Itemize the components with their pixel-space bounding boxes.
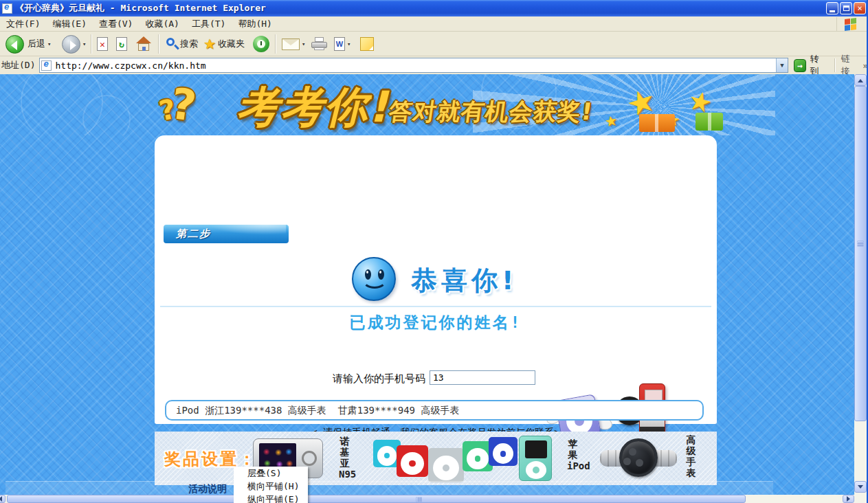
window-title: 《开心辞典》元旦献礼 - Microsoft Internet Explorer — [15, 2, 266, 14]
page-banner: ?? 考考你! 答对就有机会获奖! ★ ★ ★ ★ — [0, 74, 775, 135]
context-menu-item-cascade[interactable]: 层叠(S) — [234, 467, 308, 480]
refresh-button[interactable]: ↻ — [116, 32, 127, 56]
phone-label: 请输入你的手机号码： — [333, 372, 436, 385]
search-icon — [165, 36, 180, 52]
page-viewport: ?? 考考你! 答对就有机会获奖! ★ ★ ★ ★ 第二步 恭喜你! 已成功登记… — [0, 74, 854, 495]
windows-logo-icon — [836, 17, 864, 31]
minimize-icon — [830, 10, 835, 12]
address-bar: 地址(D) http://www.czpcwx.cn/kkn.htm ▼ → 转… — [0, 56, 868, 74]
standard-toolbar: 后退 ▾ ▾ ✕ ↻ 搜索 ★ 收藏夹 ▾ — [0, 32, 868, 56]
forward-dropdown-icon[interactable]: ▾ — [82, 41, 86, 47]
address-input[interactable]: http://www.czpcwx.cn/kkn.htm ▼ — [39, 58, 788, 73]
menu-help[interactable]: 帮助(H) — [232, 16, 278, 32]
menu-edit[interactable]: 编辑(E) — [46, 16, 92, 32]
close-button[interactable]: × — [854, 2, 866, 14]
minimize-button[interactable] — [826, 2, 838, 14]
scroll-up-button[interactable] — [854, 74, 867, 86]
winner-list: iPod 浙江139****438 高级手表 甘肃139****949 高级手表 — [165, 400, 704, 421]
toolbar-separator — [158, 34, 159, 54]
horizontal-scroll-thumb[interactable] — [7, 495, 746, 503]
ipod-shuffle-silver — [428, 448, 464, 482]
gift-box-icon — [639, 114, 675, 132]
phone-input[interactable] — [430, 370, 535, 385]
menu-bar: 文件(F) 编辑(E) 查看(V) 收藏(A) 工具(T) 帮助(H) — [0, 16, 868, 32]
restore-button[interactable] — [840, 2, 852, 14]
forward-button[interactable]: ▾ — [62, 32, 88, 56]
activity-section-title: 活动说明 — [188, 483, 227, 495]
prize-label-nokia: 诺基亚N95 — [339, 436, 356, 480]
stop-button[interactable]: ✕ — [97, 32, 108, 56]
vertical-scroll-thumb[interactable] — [854, 86, 867, 421]
go-arrow-icon: → — [794, 59, 807, 72]
home-icon — [135, 36, 152, 52]
address-url[interactable]: http://www.czpcwx.cn/kkn.htm — [55, 60, 205, 71]
chevron-up-icon — [858, 76, 863, 82]
ipod-shuffle-blue — [489, 437, 518, 466]
toolbar-separator — [834, 58, 836, 72]
thumb-grip-icon — [858, 241, 863, 242]
toolbar-separator — [275, 34, 276, 54]
scroll-right-button[interactable] — [843, 495, 854, 503]
scroll-left-button[interactable] — [0, 495, 5, 503]
favorites-button[interactable]: ★ 收藏夹 — [203, 32, 245, 56]
menu-favorites[interactable]: 收藏(A) — [139, 16, 185, 32]
divider — [160, 306, 711, 307]
stop-icon: ✕ — [97, 37, 108, 51]
banner-subtitle: 答对就有机会获奖! — [387, 96, 595, 128]
context-menu-item-tile-horizontal[interactable]: 横向平铺(H) — [234, 480, 308, 493]
back-icon — [5, 35, 24, 54]
back-label: 后退 — [27, 38, 45, 50]
back-dropdown-icon[interactable]: ▾ — [47, 41, 51, 47]
prize-label-watch: 高级手表 — [685, 434, 697, 478]
vertical-scrollbar[interactable] — [854, 74, 867, 495]
restore-icon — [843, 5, 849, 11]
print-icon — [311, 37, 329, 51]
step-banner: 第二步 — [164, 225, 289, 243]
favorites-star-icon: ★ — [203, 36, 216, 52]
refresh-icon: ↻ — [116, 37, 127, 51]
chevron-right-icon — [847, 496, 853, 502]
home-button[interactable] — [135, 32, 152, 56]
menu-file[interactable]: 文件(F) — [0, 16, 46, 32]
note-icon — [360, 37, 374, 51]
context-menu-item-tile-vertical[interactable]: 纵向平铺(E) — [234, 493, 308, 503]
mail-icon — [282, 38, 300, 50]
ie-page-icon — [2, 3, 12, 14]
history-icon — [253, 36, 269, 52]
gift-box-icon — [695, 113, 723, 131]
forward-icon — [62, 35, 80, 54]
search-label: 搜索 — [180, 38, 198, 50]
success-message: 已成功登记你的姓名! — [155, 312, 717, 333]
address-label: 地址(D) — [1, 59, 35, 71]
question-marks: ?? — [159, 80, 196, 130]
address-dropdown-icon[interactable]: ▼ — [776, 58, 788, 72]
menu-tools[interactable]: 工具(T) — [186, 16, 232, 32]
thumb-grip-icon — [416, 498, 417, 502]
menu-view[interactable]: 查看(V) — [93, 16, 139, 32]
content-panel: 第二步 恭喜你! 已成功登记你的姓名! 请输入你的手机号码： 确定 重输 < 请… — [155, 135, 717, 424]
context-menu: 层叠(S) 横向平铺(H) 纵向平铺(E) — [234, 467, 308, 503]
ie-page-icon — [41, 60, 52, 71]
print-button[interactable] — [311, 32, 329, 56]
congrats-heading: 恭喜你! — [411, 263, 518, 298]
scroll-down-button[interactable] — [854, 481, 867, 493]
search-button[interactable]: 搜索 — [165, 32, 198, 56]
watch-image — [600, 438, 677, 478]
browser-window: 《开心辞典》元旦献礼 - Microsoft Internet Explorer… — [0, 0, 868, 503]
history-button[interactable] — [253, 32, 269, 56]
title-bar[interactable]: 《开心辞典》元旦献礼 - Microsoft Internet Explorer… — [0, 0, 868, 16]
chevron-left-icon — [0, 496, 2, 502]
chevron-down-icon — [858, 485, 863, 491]
star-icon: ★ — [603, 112, 619, 131]
edit-dropdown-icon[interactable]: ▾ — [347, 41, 350, 47]
banner-title: 考考你! — [236, 78, 389, 135]
smiley-icon — [352, 257, 396, 301]
messenger-button[interactable] — [360, 32, 374, 56]
edit-with-word-button[interactable]: W ▾ — [334, 32, 353, 56]
toolbar-separator — [91, 34, 92, 54]
word-edit-icon: W — [334, 37, 345, 51]
mail-dropdown-icon[interactable]: ▾ — [302, 41, 305, 47]
back-button[interactable]: 后退 ▾ — [5, 32, 53, 56]
mail-button[interactable]: ▾ — [282, 32, 307, 56]
horizontal-scrollbar[interactable] — [0, 495, 854, 503]
